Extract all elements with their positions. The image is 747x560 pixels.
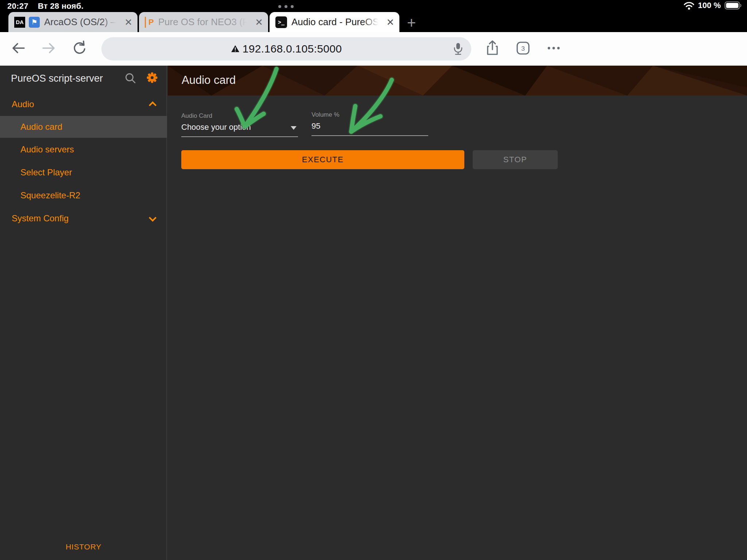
tab-arcaos[interactable]: DA ⚑ ArcaOS (OS/2) — опе ✕ [8, 12, 138, 32]
url-bar[interactable]: 192.168.0.105:5000 [101, 37, 471, 61]
more-menu-button[interactable] [543, 38, 564, 58]
flag-icon: ⚑ [29, 17, 40, 28]
warning-icon [231, 45, 240, 53]
tab-pureos-neo3[interactable]: P Pure OS for NEO3 (RUS) ✕ [139, 12, 268, 32]
field-label: Audio Card [181, 112, 298, 120]
svg-text:3: 3 [521, 45, 525, 52]
status-bar: 20:27Вт 28 нояб. 100 % [0, 0, 747, 12]
audio-card-select-field[interactable]: Audio Card Choose your option [181, 112, 298, 137]
web-content: PureOS script-server [0, 66, 747, 560]
volume-input-field[interactable]: Volume % 95 [311, 111, 428, 136]
volume-input-value[interactable]: 95 [311, 121, 428, 136]
sidebar-group-system-config[interactable]: System Config [0, 210, 167, 227]
main-pane: Audio card Audio Card Choose your option… [168, 66, 747, 560]
settings-button[interactable] [145, 71, 159, 85]
forward-button[interactable] [39, 38, 59, 58]
sidebar-group-audio[interactable]: Audio [0, 96, 167, 113]
new-tab-button[interactable]: + [403, 15, 419, 31]
chevron-up-icon [149, 101, 156, 109]
sidebar-item-audio-card[interactable]: Audio card [0, 116, 167, 138]
history-button[interactable]: HISTORY [0, 537, 167, 556]
reload-icon [71, 40, 88, 57]
status-date: Вт 28 нояб. [38, 1, 84, 11]
back-arrow-icon [10, 40, 26, 56]
back-button[interactable] [8, 38, 28, 58]
microphone-icon [451, 42, 465, 56]
search-button[interactable] [124, 72, 137, 85]
multitasking-dots-icon [278, 5, 294, 8]
dropdown-caret-icon [291, 126, 297, 130]
search-icon [124, 72, 137, 85]
page-title: Audio card [182, 74, 236, 87]
tab-arcaos-favicon: DA [14, 17, 25, 28]
status-time-date: 20:27Вт 28 нояб. [7, 1, 93, 11]
mic-button[interactable] [451, 42, 465, 58]
sidebar-item-select-player[interactable]: Select Player [0, 164, 167, 181]
page-header-banner: Audio card [168, 66, 747, 96]
terminal-icon: >_ [275, 16, 287, 28]
sidebar: PureOS script-server [0, 66, 167, 560]
field-label: Volume % [311, 111, 428, 118]
app-title: PureOS script-server [11, 73, 103, 84]
tab-overview-button[interactable]: 3 [513, 38, 533, 58]
browser-toolbar: 192.168.0.105:5000 3 [0, 32, 747, 66]
execute-button[interactable]: EXECUTE [181, 150, 464, 169]
wifi-icon [684, 1, 694, 10]
tab-audio-card-active[interactable]: >_ Audio card - PureOS scri ✕ [270, 12, 399, 32]
gear-icon [145, 71, 159, 85]
screen: 20:27Вт 28 нояб. 100 % DA ⚑ ArcaOS (OS/2… [0, 0, 747, 560]
sidebar-item-audio-servers[interactable]: Audio servers [0, 141, 167, 158]
tab-pureos-favicon: P [145, 17, 154, 28]
url-text: 192.168.0.105:5000 [243, 43, 342, 55]
chevron-down-icon [149, 214, 156, 221]
close-icon[interactable]: ✕ [124, 18, 132, 27]
battery-percent: 100 % [698, 1, 721, 10]
stop-button[interactable]: STOP [473, 150, 558, 169]
audio-card-select-value[interactable]: Choose your option [181, 122, 298, 137]
banner-texture [168, 66, 747, 96]
share-button[interactable] [482, 38, 503, 58]
share-icon [484, 40, 501, 57]
tab-strip: DA ⚑ ArcaOS (OS/2) — опе ✕ P Pure OS for… [0, 12, 747, 32]
status-time: 20:27 [7, 1, 28, 11]
sidebar-item-squeezelite-r2[interactable]: Squeezelite-R2 [0, 187, 167, 204]
forward-arrow-icon [41, 40, 57, 56]
close-icon[interactable]: ✕ [255, 18, 263, 27]
close-icon[interactable]: ✕ [386, 18, 394, 27]
reload-button[interactable] [69, 38, 90, 58]
ellipsis-icon [545, 40, 562, 57]
battery-icon [724, 1, 742, 10]
tab-count-icon: 3 [515, 40, 531, 57]
